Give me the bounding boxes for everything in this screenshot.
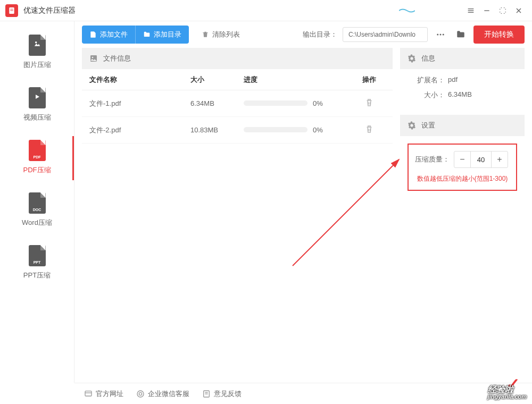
info-header: 信息	[400, 48, 525, 69]
footer-site-link[interactable]: 官方网址	[84, 389, 123, 399]
size-value: 6.34MB	[448, 90, 472, 100]
support-icon	[136, 390, 145, 398]
progress-bar	[244, 127, 307, 132]
footer-feedback-link[interactable]: 意见反馈	[202, 389, 242, 399]
sidebar-item-video[interactable]: 视频压缩	[0, 79, 74, 132]
convert-button[interactable]: 开始转换	[473, 26, 525, 44]
col-size: 大小	[190, 75, 244, 85]
svg-rect-1	[10, 9, 13, 9]
ext-value: pdf	[448, 75, 458, 85]
svg-point-9	[35, 41, 37, 44]
ext-label: 扩展名：	[408, 75, 445, 85]
quality-stepper: − +	[454, 151, 508, 168]
more-button[interactable]	[433, 27, 448, 42]
size-label: 大小：	[408, 90, 445, 100]
col-name: 文件名称	[89, 75, 190, 85]
folder-icon	[143, 31, 151, 38]
app-logo	[5, 4, 18, 17]
minimize-button[interactable]	[479, 3, 495, 19]
toolbar: 添加文件 添加目录 清除列表 输出目录： C:\Users\admin\Down…	[74, 21, 532, 48]
globe-icon	[84, 390, 93, 398]
col-progress: 进度	[244, 75, 353, 85]
footer: 官方网址 企业微信客服 意见反馈	[74, 383, 532, 404]
clear-button[interactable]: 清除列表	[194, 26, 247, 44]
settings-header: 设置	[400, 115, 525, 136]
quality-minus-button[interactable]: −	[454, 152, 470, 167]
titlebar: 优速文件压缩器	[0, 0, 532, 21]
quality-plus-button[interactable]: +	[492, 152, 508, 167]
sidebar-item-word[interactable]: DOC Word压缩	[0, 184, 74, 237]
table-header: 文件名称 大小 进度 操作	[82, 69, 393, 90]
table-row: 文件-1.pdf 6.34MB 0%	[82, 90, 393, 117]
svg-point-18	[139, 392, 142, 395]
sidebar-item-pdf[interactable]: PDF PDF压缩	[0, 132, 74, 184]
sidebar-label: PDF压缩	[23, 165, 51, 175]
feedback-icon	[202, 390, 211, 398]
footer-support-link[interactable]: 企业微信客服	[136, 389, 189, 399]
decorative-wave	[399, 8, 415, 13]
sidebar-item-image[interactable]: 图片压缩	[0, 27, 74, 79]
file-panel: 文件信息 文件名称 大小 进度 操作 文件-1.pdf 6.34MB 0% 文件…	[82, 48, 393, 383]
svg-rect-2	[10, 10, 13, 11]
progress-bar	[244, 100, 307, 106]
menu-button[interactable]	[463, 3, 479, 19]
sidebar-label: 视频压缩	[23, 113, 51, 122]
trash-icon	[202, 31, 209, 38]
quality-hint: 数值越低压缩的越小(范围1-300)	[415, 174, 510, 183]
sidebar: 图片压缩 视频压缩 PDF PDF压缩 DOC Word压缩 PPT PPT压缩	[0, 21, 74, 383]
gear-icon	[408, 54, 416, 63]
svg-point-12	[443, 34, 444, 36]
delete-row-button[interactable]	[364, 128, 374, 136]
svg-point-10	[437, 34, 438, 36]
svg-point-11	[440, 34, 442, 36]
sidebar-label: 图片压缩	[23, 60, 51, 70]
app-title: 优速文件压缩器	[23, 6, 76, 15]
gear-icon	[408, 121, 416, 130]
watermark: 经验啦 jingyanla.com	[488, 385, 527, 400]
quality-highlight-box: 压缩质量： − + 数值越低压缩的越小(范围1-300)	[408, 144, 517, 191]
svg-point-14	[92, 57, 94, 58]
table-row: 文件-2.pdf 10.83MB 0%	[82, 117, 393, 144]
close-button[interactable]	[511, 3, 527, 19]
file-icon	[89, 31, 97, 38]
delete-row-button[interactable]	[364, 101, 374, 109]
quality-label: 压缩质量：	[415, 155, 450, 164]
svg-rect-15	[85, 391, 92, 395]
output-path-input[interactable]: C:\Users\admin\Downlo	[343, 27, 428, 42]
svg-point-17	[137, 391, 144, 397]
add-file-button[interactable]: 添加文件	[82, 26, 136, 44]
add-dir-button[interactable]: 添加目录	[136, 26, 189, 44]
browse-folder-button[interactable]	[453, 27, 468, 42]
sidebar-label: Word压缩	[22, 218, 52, 228]
file-panel-header: 文件信息	[82, 48, 393, 69]
sidebar-label: PPT压缩	[23, 271, 51, 280]
right-panel: 信息 扩展名：pdf 大小：6.34MB 设置	[400, 48, 525, 383]
col-action: 操作	[353, 75, 385, 85]
sidebar-item-ppt[interactable]: PPT PPT压缩	[0, 237, 74, 290]
image-icon	[89, 54, 98, 63]
maximize-button[interactable]	[495, 3, 511, 19]
quality-input[interactable]	[470, 152, 492, 167]
output-label: 输出目录：	[303, 30, 337, 39]
